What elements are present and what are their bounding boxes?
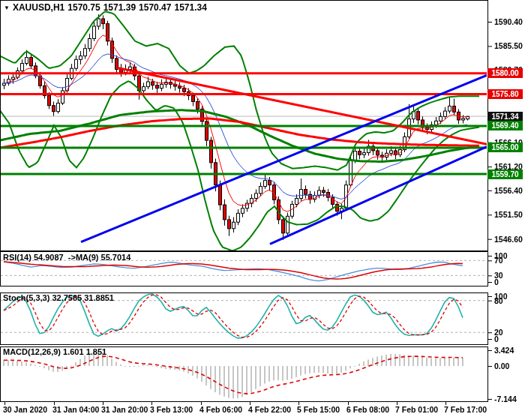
time-axis-label: 31 Jan 20:00 bbox=[101, 405, 148, 414]
ohlc-close: 1571.34 bbox=[174, 2, 206, 13]
price-line-badge: 1580.00 bbox=[488, 68, 523, 78]
time-axis-label: 6 Feb 08:00 bbox=[346, 405, 389, 414]
macd-scale-label: -7.144 bbox=[494, 394, 525, 404]
ohlc-low: 1570.47 bbox=[139, 2, 171, 13]
price-line-badge: 1565.00 bbox=[488, 142, 523, 152]
macd-scale-label: 0.00 bbox=[494, 362, 525, 370]
time-axis-label: 31 Jan 04:00 bbox=[52, 405, 99, 414]
ohlc-open: 1570.75 bbox=[68, 2, 100, 13]
rsi-scale-label: 70 bbox=[494, 256, 525, 265]
rsi-scale-label: 0 bbox=[494, 278, 525, 286]
price-line-badge: 1569.40 bbox=[488, 121, 523, 130]
time-axis-label: 4 Feb 06:00 bbox=[200, 405, 242, 414]
time-axis-label: 3 Feb 13:00 bbox=[150, 405, 193, 414]
time-axis-label: 7 Feb 17:00 bbox=[444, 405, 487, 414]
time-axis-label: 4 Feb 22:00 bbox=[248, 405, 291, 414]
chart-dropdown-icon[interactable]: ▼ bbox=[4, 4, 10, 11]
time-axis-label: 5 Feb 15:00 bbox=[297, 405, 340, 414]
stoch-scale-label: 80 bbox=[494, 296, 525, 305]
symbol-period-label: XAUUSD,H1 bbox=[13, 2, 64, 13]
chart-title: ▼XAUUSD,H11570.751571.391570.471571.34 bbox=[4, 2, 210, 13]
price-tick-label: 1546.60 bbox=[494, 235, 525, 244]
macd-scale-label: 3.424 bbox=[494, 346, 525, 355]
stochastic-indicator-label: Stoch(5,3,3) 32.7565 31.8851 bbox=[3, 293, 114, 302]
mt4-chart-window: ▼XAUUSD,H11570.751571.391570.471571.34 R… bbox=[0, 0, 525, 420]
price-tick-label: 1590.40 bbox=[494, 17, 525, 26]
chart-canvas[interactable] bbox=[0, 0, 525, 420]
price-tick-label: 1556.40 bbox=[494, 186, 525, 195]
rsi-indicator-label: RSI(14) 54.9087 ->MA(9) 55.7014 bbox=[3, 253, 130, 262]
stoch-scale-label: 0 bbox=[494, 334, 525, 344]
price-line-badge: 1559.70 bbox=[488, 170, 523, 179]
price-tick-label: 1551.50 bbox=[494, 210, 525, 219]
macd-indicator-label: MACD(12,26,9) 1.601 1.851 bbox=[3, 347, 106, 356]
price-line-badge: 1575.80 bbox=[488, 89, 523, 99]
ohlc-high: 1571.39 bbox=[104, 2, 136, 13]
price-tick-label: 1585.50 bbox=[494, 41, 525, 50]
time-axis-label: 30 Jan 2020 bbox=[3, 405, 47, 414]
time-axis-label: 7 Feb 01:00 bbox=[395, 405, 438, 414]
